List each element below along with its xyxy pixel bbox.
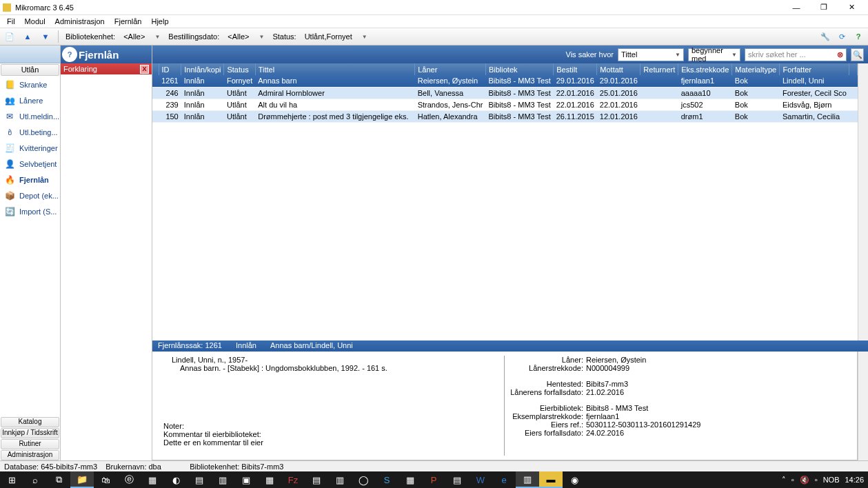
tb-app6[interactable]: ▦ bbox=[258, 471, 281, 488]
menu-fil[interactable]: Fil bbox=[3, 17, 19, 26]
tb-app9[interactable]: ▦ bbox=[398, 471, 422, 488]
minimize-button[interactable]: — bbox=[783, 0, 810, 15]
nav-utlbeting[interactable]: 🕯Utl.beting... bbox=[0, 124, 60, 140]
unit-value[interactable]: <Alle> bbox=[121, 32, 148, 41]
tray-lang[interactable]: NOB bbox=[823, 476, 840, 484]
col-mottatt[interactable]: Mottatt bbox=[597, 63, 640, 75]
detail-field-value: Reiersen, Øystein bbox=[586, 356, 646, 364]
tb-explorer[interactable]: 📁 bbox=[70, 471, 94, 488]
help-icon[interactable]: ? bbox=[851, 30, 865, 43]
nav-skranke[interactable]: 📒Skranke bbox=[0, 77, 60, 92]
tb-edge[interactable]: e bbox=[492, 471, 516, 488]
tb-store[interactable]: 🛍 bbox=[94, 471, 117, 488]
scrollbar-vertical[interactable] bbox=[858, 352, 868, 460]
nav-selvbetjent[interactable]: 👤Selvbetjent bbox=[0, 156, 60, 172]
col-forfatter[interactable]: Forfatter bbox=[780, 63, 849, 75]
nav-fjernlan[interactable]: 🔥Fjernlån bbox=[0, 172, 60, 187]
col-bestilt[interactable]: Bestilt bbox=[554, 63, 597, 75]
table-row[interactable]: 246InnlånUtlåntAdmiral HornblowerBell, V… bbox=[152, 87, 858, 99]
tb-word[interactable]: W bbox=[469, 471, 492, 488]
sync-icon: 🔄 bbox=[4, 206, 15, 217]
tb-app2[interactable]: ◐ bbox=[164, 471, 188, 488]
status-value[interactable]: Utlånt,Fornyet bbox=[302, 32, 355, 41]
btn-rutiner[interactable]: Rutiner bbox=[1, 439, 59, 449]
field-select[interactable]: Tittel▼ bbox=[618, 48, 684, 61]
tray-vol-icon[interactable]: 🔇 bbox=[800, 476, 809, 485]
tray-up-icon[interactable]: ˄ bbox=[782, 476, 786, 485]
col-materialtype[interactable]: Materialtype bbox=[732, 63, 780, 75]
nav-kvitteringer[interactable]: 🧾Kvitteringer bbox=[0, 140, 60, 156]
col-strekkode[interactable]: Eks.strekkode bbox=[678, 63, 732, 75]
menu-fjernlan[interactable]: Fjernlån bbox=[110, 17, 146, 26]
table-row[interactable]: 150InnlånUtlåntDrømmehjerte : post med 3… bbox=[152, 110, 858, 122]
col-innlan[interactable]: Innlån/kopi bbox=[181, 63, 224, 75]
tb-skype[interactable]: S bbox=[375, 471, 398, 488]
tb-filezilla[interactable]: Fz bbox=[281, 471, 305, 488]
nav-depot[interactable]: 📦Depot (ek... bbox=[0, 187, 60, 203]
search-button[interactable]: 🔍 bbox=[851, 48, 864, 61]
table-row[interactable]: 239InnlånUtlåntAlt du vil haStrandos, Je… bbox=[152, 99, 858, 110]
col-laner[interactable]: Låner bbox=[415, 63, 486, 75]
tb-app5[interactable]: ▣ bbox=[234, 471, 258, 488]
operator-select[interactable]: begynner med▼ bbox=[688, 48, 740, 61]
left-bottom-buttons: Katalog Innkjøp / Tidsskrift Rutiner Adm… bbox=[0, 416, 60, 460]
arrow-up-icon[interactable]: ▲ bbox=[21, 30, 34, 43]
nav-lanere[interactable]: 👥Lånere bbox=[0, 92, 60, 108]
mid-header: ? Fjernlån bbox=[61, 45, 152, 63]
col-returnert[interactable]: Returnert bbox=[640, 63, 678, 75]
search-input[interactable]: skriv søket her ...⊗ bbox=[745, 48, 847, 61]
start-button[interactable]: ⊞ bbox=[0, 471, 23, 488]
tb-pp[interactable]: P bbox=[422, 471, 445, 488]
new-icon[interactable]: 📄 bbox=[3, 30, 17, 43]
settings-icon[interactable]: 🔧 bbox=[818, 30, 832, 43]
table-row[interactable]: 1261InnlånFornyetAnnas barnReiersen, Øys… bbox=[152, 75, 858, 87]
clear-icon[interactable]: ⊗ bbox=[837, 50, 843, 59]
scrollbar-vertical[interactable] bbox=[858, 63, 868, 340]
menu-administrasjon[interactable]: Administrasjon bbox=[51, 17, 109, 26]
tb-app3[interactable]: ▤ bbox=[188, 471, 211, 488]
order-value[interactable]: <Alle> bbox=[225, 32, 252, 41]
tb-app11[interactable]: ▥ bbox=[516, 471, 539, 488]
col-status[interactable]: Status bbox=[224, 63, 255, 75]
refresh-icon[interactable]: ⟳ bbox=[835, 30, 849, 43]
dropdown-icon[interactable]: ▼ bbox=[359, 34, 370, 40]
chevron-down-icon: ▼ bbox=[731, 52, 737, 58]
tb-app8[interactable]: ▥ bbox=[328, 471, 352, 488]
btn-administrasjon[interactable]: Administrasjon bbox=[1, 450, 59, 460]
tray-net-icon[interactable]: ▫ bbox=[815, 476, 818, 484]
row-selector-col[interactable] bbox=[152, 63, 159, 75]
nav-utlmeldin[interactable]: ✉Utl.meldin... bbox=[0, 108, 60, 124]
dropdown-icon[interactable]: ▼ bbox=[256, 34, 268, 40]
col-bibliotek[interactable]: Bibliotek bbox=[485, 63, 553, 75]
menu-modul[interactable]: Modul bbox=[21, 17, 50, 26]
nav-label: Kvitteringer bbox=[19, 144, 58, 152]
nav-items: 📒Skranke 👥Lånere ✉Utl.meldin... 🕯Utl.bet… bbox=[0, 77, 60, 416]
close-button[interactable]: ✕ bbox=[838, 0, 865, 15]
close-icon[interactable]: X bbox=[140, 65, 149, 74]
dropdown-icon[interactable]: ▼ bbox=[152, 34, 163, 40]
taskview-icon[interactable]: ⧉ bbox=[47, 471, 70, 488]
detail-title: Annas barn/Lindell, Unni bbox=[270, 341, 353, 351]
tb-ie[interactable]: ⓔ bbox=[117, 471, 141, 488]
maximize-button[interactable]: ❐ bbox=[810, 0, 838, 15]
tb-chrome2[interactable]: ◉ bbox=[563, 471, 586, 488]
tray-time[interactable]: 14:26 bbox=[845, 476, 864, 484]
search-icon[interactable]: ⌕ bbox=[23, 471, 47, 488]
col-id[interactable]: ID bbox=[159, 63, 181, 75]
tb-mikromarc[interactable]: ▬ bbox=[539, 471, 563, 488]
detail-field-label: Lånerstrekkode: bbox=[510, 364, 586, 372]
arrow-down-icon[interactable]: ▼ bbox=[39, 30, 52, 43]
menu-hjelp[interactable]: Hjelp bbox=[147, 17, 172, 26]
tb-chrome[interactable]: ◯ bbox=[352, 471, 375, 488]
tb-app[interactable]: ▦ bbox=[141, 471, 164, 488]
btn-innkjop[interactable]: Innkjøp / Tidsskrift bbox=[1, 428, 59, 438]
tb-app4[interactable]: ▥ bbox=[211, 471, 234, 488]
tb-app7[interactable]: ▤ bbox=[305, 471, 328, 488]
col-tittel[interactable]: Tittel bbox=[255, 63, 414, 75]
nav-import[interactable]: 🔄Import (S... bbox=[0, 203, 60, 219]
category-utlan[interactable]: Utlån bbox=[1, 64, 59, 76]
btn-katalog[interactable]: Katalog bbox=[1, 417, 59, 427]
tb-app10[interactable]: ▤ bbox=[445, 471, 469, 488]
tray-icon[interactable]: ▫ bbox=[791, 476, 794, 484]
book-icon: 📒 bbox=[4, 79, 15, 90]
